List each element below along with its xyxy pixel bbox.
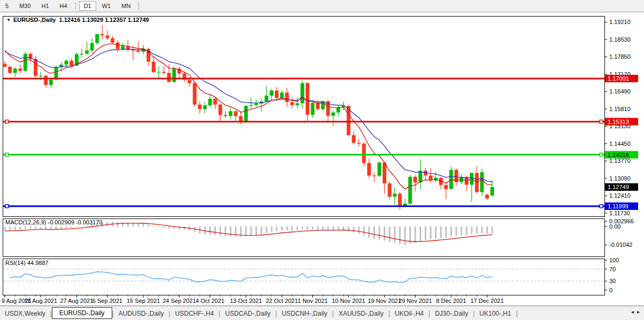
tab-scroll-arrows: ◂▸ [630, 309, 641, 315]
price-tick-label: 1.17850 [609, 53, 631, 60]
candle [480, 172, 484, 192]
candle [100, 34, 104, 35]
toolbar-separator [138, 2, 139, 10]
date-label: 1 Nov 2021 [298, 298, 328, 304]
svg-text:1.12749: 1.12749 [608, 184, 629, 190]
candle [444, 185, 448, 189]
candle [8, 67, 12, 73]
macd-axis-label: -0.01042 [609, 241, 632, 248]
svg-text:1.17001: 1.17001 [608, 75, 629, 82]
line-handle[interactable] [600, 153, 603, 157]
candle [208, 99, 212, 105]
timeframe-toolbar: 5M30H1H4D1W1MN [0, 0, 644, 12]
timeframe-button-d1[interactable]: D1 [79, 1, 96, 11]
candle [398, 193, 402, 206]
date-label: 22 Oct 2021 [266, 298, 298, 304]
chart-dropdown-icon[interactable]: ▼ [6, 18, 11, 22]
line-handle[interactable] [600, 120, 603, 123]
date-label: 17 Dec 2021 [470, 298, 503, 304]
svg-text:1.15313: 1.15313 [608, 119, 629, 125]
line-handle[interactable] [5, 120, 9, 123]
tab-usdcnh-daily[interactable]: USDCNH-,Daily [277, 308, 332, 319]
candle [18, 68, 22, 71]
candle [198, 105, 201, 110]
candle [265, 96, 268, 102]
timeframe-button-w1[interactable]: W1 [97, 1, 116, 11]
candle [167, 73, 171, 82]
line-price-label-1.15313: 1.15313 [605, 118, 638, 126]
price-tick-label: 1.11730 [609, 210, 630, 216]
tab-separator: | [516, 310, 517, 317]
macd-indicator-label: MACD(12,26,9) -0.002909 -0.003170 [5, 219, 103, 225]
line-handle[interactable] [5, 205, 9, 208]
line-handle[interactable] [5, 153, 9, 157]
timeframe-button-5[interactable]: 5 [1, 1, 13, 11]
candle [331, 113, 335, 116]
rsi-indicator-label: RSI(14) 44.9887 [5, 260, 49, 266]
candle [352, 135, 355, 143]
candle [111, 38, 114, 43]
candle [234, 111, 238, 116]
candle [55, 67, 58, 80]
trading-terminal: 5M30H1H4D1W1MN 1.192101.185301.178501.17… [0, 0, 644, 320]
candle [229, 111, 232, 116]
price-tick-label: 1.15810 [609, 106, 631, 112]
rsi-axis-label: 100 [609, 257, 619, 263]
date-label: 15 Sep 2021 [127, 298, 160, 304]
macd-axis-label: 0.00 [609, 223, 620, 230]
tab-audusd-daily[interactable]: AUDUSD-,Daily [114, 308, 169, 319]
date-label: 4 Oct 2021 [196, 298, 224, 304]
price-chart[interactable]: 1.192101.185301.178501.171701.164901.158… [0, 0, 644, 306]
candle [193, 83, 197, 105]
line-price-label-1.11999: 1.11999 [605, 202, 638, 210]
tab-scroll-left-icon[interactable]: ◂ [631, 309, 634, 315]
candle [357, 143, 361, 143]
indicator-axis: 0.0029660.00-0.0104210070300 [605, 218, 634, 293]
timeframe-button-h4[interactable]: H4 [55, 1, 72, 11]
candle [136, 50, 140, 51]
candle [275, 90, 278, 98]
date-label: 29 Nov 2021 [399, 298, 432, 304]
candle [13, 68, 17, 73]
tab-ukoil-h4[interactable]: UKOil-,H4 [390, 308, 429, 319]
timeframe-button-mn[interactable]: MN [117, 1, 135, 11]
candle [367, 163, 371, 175]
candle [157, 72, 161, 73]
candle [362, 144, 366, 163]
candle [388, 183, 392, 197]
candle [285, 92, 289, 102]
timeframe-button-h1[interactable]: H1 [37, 1, 54, 11]
candle [485, 194, 489, 198]
candle [85, 50, 89, 53]
date-label: 18 Aug 2021 [24, 298, 57, 304]
candle [244, 106, 248, 122]
candle [300, 83, 304, 104]
toolbar-separator [75, 2, 76, 10]
tab-eurusd-daily[interactable]: EURUSD-,Daily [52, 307, 112, 319]
candle [44, 76, 48, 85]
date-label: 8 Dec 2021 [436, 298, 466, 304]
candle [65, 61, 68, 65]
candle [290, 102, 294, 105]
timeframe-button-m30[interactable]: M30 [14, 1, 35, 11]
chart-tabs-bar: USDX,Weekly|EURUSD-,Daily|AUDUSD-,Daily|… [0, 306, 644, 320]
tab-usdchf-h4[interactable]: USDCHF-,H4 [170, 308, 219, 319]
chart-symbol-label: EURUSD-,Daily [13, 17, 56, 23]
tab-usdx-weekly[interactable]: USDX,Weekly [0, 308, 50, 319]
candle [254, 104, 258, 105]
candle [188, 80, 191, 83]
date-label: 6 Sep 2021 [92, 298, 122, 304]
price-tick-label: 1.13090 [609, 175, 631, 182]
date-label: 19 Nov 2021 [368, 298, 401, 304]
price-tick-label: 1.13770 [609, 158, 631, 164]
tab-uk100-h1[interactable]: UK100-,H1 [475, 308, 516, 319]
candle [311, 103, 315, 114]
tab-usdcad-daily[interactable]: USDCAD-,Daily [220, 308, 275, 319]
tab-xauusd-daily[interactable]: XAUUSD-,Daily [334, 308, 389, 319]
tab-dj30-daily[interactable]: DJ30-,Daily [430, 308, 473, 319]
line-handle[interactable] [600, 205, 603, 208]
tab-scroll-right-icon[interactable]: ▸ [637, 309, 640, 315]
rsi-panel[interactable] [3, 259, 605, 295]
candle [95, 34, 99, 43]
candle [491, 187, 494, 196]
